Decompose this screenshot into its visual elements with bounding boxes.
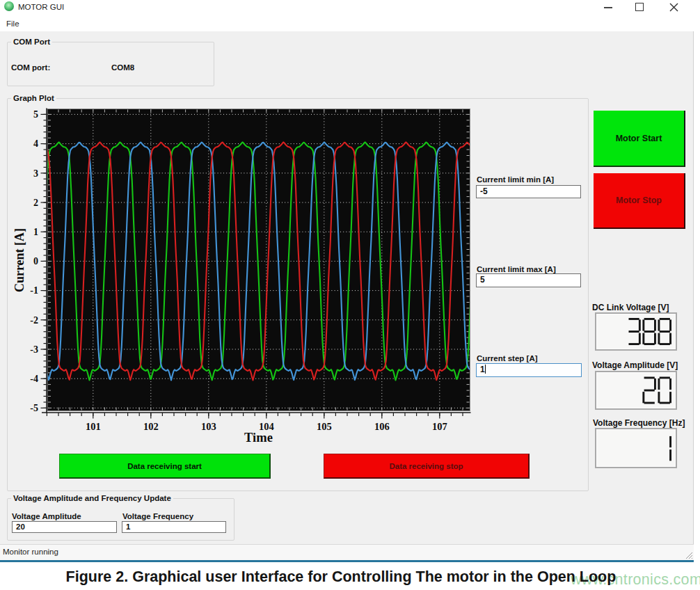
- svg-text:107: 107: [432, 421, 447, 432]
- svg-text:-1: -1: [30, 285, 38, 296]
- svg-text:Time: Time: [244, 431, 273, 445]
- svg-text:-2: -2: [30, 315, 38, 326]
- svg-text:102: 102: [143, 421, 159, 432]
- svg-text:-3: -3: [30, 344, 38, 355]
- svg-text:Current [A]: Current [A]: [13, 228, 26, 292]
- svg-text:5: 5: [33, 109, 38, 120]
- svg-text:103: 103: [201, 421, 216, 432]
- svg-text:4: 4: [33, 138, 38, 149]
- svg-text:101: 101: [86, 421, 101, 432]
- svg-text:105: 105: [317, 421, 332, 432]
- svg-text:2: 2: [33, 198, 38, 208]
- svg-text:1: 1: [33, 227, 38, 237]
- svg-text:-5: -5: [30, 403, 38, 413]
- svg-text:106: 106: [374, 421, 390, 432]
- svg-text:0: 0: [33, 256, 38, 266]
- svg-text:3: 3: [33, 168, 38, 179]
- svg-text:-4: -4: [30, 374, 38, 384]
